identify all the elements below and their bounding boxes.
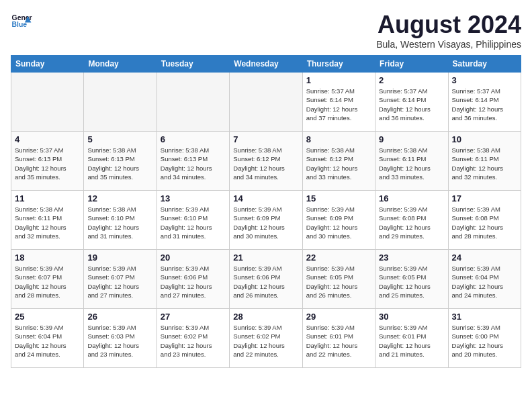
calendar-cell (230, 73, 302, 132)
calendar-cell: 15Sunrise: 5:39 AM Sunset: 6:09 PM Dayli… (302, 191, 375, 250)
calendar-table: SundayMondayTuesdayWednesdayThursdayFrid… (11, 55, 521, 368)
weekday-header: Saturday (448, 56, 521, 73)
day-info: Sunrise: 5:39 AM Sunset: 6:09 PM Dayligh… (233, 205, 298, 240)
day-number: 7 (233, 134, 298, 144)
day-number: 4 (15, 134, 80, 144)
calendar-cell: 7Sunrise: 5:38 AM Sunset: 6:12 PM Daylig… (230, 132, 302, 191)
calendar-cell (157, 73, 229, 132)
day-number: 27 (161, 312, 226, 322)
calendar-cell: 9Sunrise: 5:38 AM Sunset: 6:11 PM Daylig… (375, 132, 448, 191)
day-number: 6 (161, 134, 226, 144)
day-info: Sunrise: 5:37 AM Sunset: 6:13 PM Dayligh… (15, 146, 80, 181)
day-info: Sunrise: 5:39 AM Sunset: 6:06 PM Dayligh… (161, 264, 226, 300)
calendar-cell: 12Sunrise: 5:38 AM Sunset: 6:10 PM Dayli… (84, 191, 157, 250)
calendar-cell: 1Sunrise: 5:37 AM Sunset: 6:14 PM Daylig… (302, 73, 375, 132)
day-number: 14 (233, 193, 298, 203)
day-number: 17 (452, 193, 517, 203)
day-number: 2 (379, 75, 444, 85)
location: Bula, Western Visayas, Philippines (376, 39, 521, 50)
calendar-cell: 22Sunrise: 5:39 AM Sunset: 6:05 PM Dayli… (302, 250, 375, 309)
day-number: 24 (452, 253, 517, 263)
day-info: Sunrise: 5:38 AM Sunset: 6:12 PM Dayligh… (233, 146, 298, 181)
day-info: Sunrise: 5:39 AM Sunset: 6:04 PM Dayligh… (15, 323, 80, 359)
day-number: 12 (87, 193, 152, 203)
day-number: 18 (15, 253, 80, 263)
day-info: Sunrise: 5:39 AM Sunset: 6:08 PM Dayligh… (452, 205, 517, 240)
day-info: Sunrise: 5:38 AM Sunset: 6:11 PM Dayligh… (15, 205, 80, 240)
day-info: Sunrise: 5:38 AM Sunset: 6:10 PM Dayligh… (87, 205, 152, 240)
weekday-header: Wednesday (230, 56, 302, 73)
day-number: 10 (452, 134, 517, 144)
day-number: 19 (87, 253, 152, 263)
calendar-week-row: 18Sunrise: 5:39 AM Sunset: 6:07 PM Dayli… (11, 250, 521, 309)
day-number: 25 (15, 312, 80, 322)
day-info: Sunrise: 5:39 AM Sunset: 6:07 PM Dayligh… (87, 264, 152, 300)
day-number: 23 (379, 253, 444, 263)
title-block: August 2024 Bula, Western Visayas, Phili… (376, 11, 521, 50)
day-number: 28 (233, 312, 298, 322)
calendar-cell: 30Sunrise: 5:39 AM Sunset: 6:01 PM Dayli… (375, 309, 448, 368)
calendar-cell: 31Sunrise: 5:39 AM Sunset: 6:00 PM Dayli… (448, 309, 521, 368)
calendar-week-row: 25Sunrise: 5:39 AM Sunset: 6:04 PM Dayli… (11, 309, 521, 368)
calendar-cell (11, 73, 84, 132)
day-number: 8 (306, 134, 371, 144)
day-number: 26 (87, 312, 152, 322)
day-info: Sunrise: 5:39 AM Sunset: 6:10 PM Dayligh… (161, 205, 226, 240)
calendar-cell: 3Sunrise: 5:37 AM Sunset: 6:14 PM Daylig… (448, 73, 521, 132)
day-info: Sunrise: 5:39 AM Sunset: 6:05 PM Dayligh… (306, 264, 371, 300)
day-number: 3 (452, 75, 517, 85)
calendar-cell: 23Sunrise: 5:39 AM Sunset: 6:05 PM Dayli… (375, 250, 448, 309)
day-info: Sunrise: 5:37 AM Sunset: 6:14 PM Dayligh… (452, 87, 517, 122)
page-header: General Blue August 2024 Bula, Western V… (11, 11, 521, 50)
calendar-cell: 10Sunrise: 5:38 AM Sunset: 6:11 PM Dayli… (448, 132, 521, 191)
day-info: Sunrise: 5:39 AM Sunset: 6:01 PM Dayligh… (306, 323, 371, 359)
month-title: August 2024 (376, 11, 521, 39)
calendar-cell: 5Sunrise: 5:38 AM Sunset: 6:13 PM Daylig… (84, 132, 157, 191)
day-info: Sunrise: 5:37 AM Sunset: 6:14 PM Dayligh… (379, 87, 444, 122)
calendar-cell: 17Sunrise: 5:39 AM Sunset: 6:08 PM Dayli… (448, 191, 521, 250)
day-number: 9 (379, 134, 444, 144)
calendar-cell: 13Sunrise: 5:39 AM Sunset: 6:10 PM Dayli… (157, 191, 229, 250)
weekday-header: Monday (84, 56, 157, 73)
calendar-cell: 24Sunrise: 5:39 AM Sunset: 6:04 PM Dayli… (448, 250, 521, 309)
day-number: 22 (306, 253, 371, 263)
weekday-header: Thursday (302, 56, 375, 73)
logo-icon: General Blue (11, 11, 32, 32)
day-info: Sunrise: 5:39 AM Sunset: 6:04 PM Dayligh… (452, 264, 517, 300)
calendar-cell: 14Sunrise: 5:39 AM Sunset: 6:09 PM Dayli… (230, 191, 302, 250)
day-info: Sunrise: 5:39 AM Sunset: 6:05 PM Dayligh… (379, 264, 444, 300)
day-info: Sunrise: 5:38 AM Sunset: 6:11 PM Dayligh… (379, 146, 444, 181)
calendar-cell: 11Sunrise: 5:38 AM Sunset: 6:11 PM Dayli… (11, 191, 84, 250)
day-number: 21 (233, 253, 298, 263)
day-info: Sunrise: 5:39 AM Sunset: 6:08 PM Dayligh… (379, 205, 444, 240)
day-number: 13 (161, 193, 226, 203)
calendar-cell: 18Sunrise: 5:39 AM Sunset: 6:07 PM Dayli… (11, 250, 84, 309)
calendar-cell: 8Sunrise: 5:38 AM Sunset: 6:12 PM Daylig… (302, 132, 375, 191)
day-info: Sunrise: 5:39 AM Sunset: 6:03 PM Dayligh… (87, 323, 152, 359)
day-info: Sunrise: 5:38 AM Sunset: 6:12 PM Dayligh… (306, 146, 371, 181)
calendar-cell: 19Sunrise: 5:39 AM Sunset: 6:07 PM Dayli… (84, 250, 157, 309)
weekday-header-row: SundayMondayTuesdayWednesdayThursdayFrid… (11, 56, 521, 73)
day-number: 1 (306, 75, 371, 85)
day-number: 15 (306, 193, 371, 203)
day-number: 30 (379, 312, 444, 322)
day-number: 31 (452, 312, 517, 322)
logo: General Blue (11, 11, 32, 32)
weekday-header: Tuesday (157, 56, 229, 73)
calendar-week-row: 4Sunrise: 5:37 AM Sunset: 6:13 PM Daylig… (11, 132, 521, 191)
day-number: 5 (87, 134, 152, 144)
day-info: Sunrise: 5:39 AM Sunset: 6:06 PM Dayligh… (233, 264, 298, 300)
day-info: Sunrise: 5:39 AM Sunset: 6:01 PM Dayligh… (379, 323, 444, 359)
calendar-cell (84, 73, 157, 132)
day-info: Sunrise: 5:38 AM Sunset: 6:13 PM Dayligh… (87, 146, 152, 181)
calendar-cell: 20Sunrise: 5:39 AM Sunset: 6:06 PM Dayli… (157, 250, 229, 309)
weekday-header: Sunday (11, 56, 84, 73)
calendar-cell: 26Sunrise: 5:39 AM Sunset: 6:03 PM Dayli… (84, 309, 157, 368)
day-info: Sunrise: 5:37 AM Sunset: 6:14 PM Dayligh… (306, 87, 371, 122)
calendar-cell: 4Sunrise: 5:37 AM Sunset: 6:13 PM Daylig… (11, 132, 84, 191)
day-info: Sunrise: 5:39 AM Sunset: 6:00 PM Dayligh… (452, 323, 517, 359)
calendar-week-row: 1Sunrise: 5:37 AM Sunset: 6:14 PM Daylig… (11, 73, 521, 132)
weekday-header: Friday (375, 56, 448, 73)
day-info: Sunrise: 5:39 AM Sunset: 6:02 PM Dayligh… (161, 323, 226, 359)
day-info: Sunrise: 5:39 AM Sunset: 6:02 PM Dayligh… (233, 323, 298, 359)
